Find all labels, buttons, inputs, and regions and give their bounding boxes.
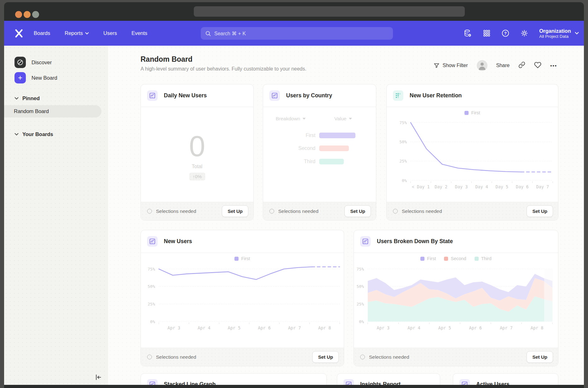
status-text: Selections needed (156, 208, 222, 214)
legend-swatch (420, 257, 424, 261)
sidebar-item-new-board[interactable]: + New Board (14, 72, 57, 83)
card-footer: Selections needed Set Up (387, 202, 558, 220)
status-text: Selections needed (156, 354, 312, 360)
svg-text:25%: 25% (357, 302, 364, 306)
set-up-button[interactable]: Set Up (222, 205, 248, 217)
card-users-by-country: Users by Country Breakdown Value First S… (263, 84, 376, 220)
favorite-heart-icon[interactable] (534, 61, 541, 70)
legend-item: First (464, 110, 480, 115)
share-button[interactable]: Share (496, 63, 510, 68)
svg-text:50%: 50% (400, 140, 407, 144)
insights-chart-icon (147, 90, 158, 101)
legend-swatch (464, 111, 469, 115)
chevron-down-icon (85, 32, 89, 35)
nav-items: Boards Reports Users Events (34, 30, 147, 36)
copy-link-icon[interactable] (518, 61, 525, 70)
collapse-sidebar-icon[interactable] (94, 373, 103, 382)
set-up-button[interactable]: Set Up (344, 205, 371, 217)
card-daily-new-users: Daily New Users 0 Total ↑0% Selections n… (141, 84, 254, 220)
breakdown-dropdown[interactable]: Breakdown (276, 116, 306, 122)
svg-text:75%: 75% (400, 120, 407, 125)
card-header: Users Broken Down By State (354, 230, 558, 253)
svg-text:Day 4: Day 4 (475, 184, 488, 189)
card-header: New Users (141, 230, 344, 253)
card-header: Users by Country (263, 84, 376, 107)
nav-right-controls: ? Organization All Project Data (464, 21, 579, 46)
svg-text:25%: 25% (400, 159, 407, 163)
nav-item-users[interactable]: Users (103, 30, 117, 36)
window-close-button[interactable] (15, 11, 22, 18)
svg-text:0%: 0% (402, 178, 407, 183)
page-subtitle: A high-level summary of user behaviors. … (141, 66, 306, 72)
org-switcher[interactable]: Organization All Project Data (539, 28, 579, 39)
apps-grid-icon[interactable] (482, 29, 491, 37)
chart-legend: First (387, 110, 558, 115)
legend-swatch (475, 257, 479, 261)
plus-icon: + (14, 72, 26, 83)
bar-third (319, 159, 344, 164)
gear-icon[interactable] (520, 29, 528, 37)
svg-text:50%: 50% (148, 284, 155, 289)
screenshot-root: Boards Reports Users Events Search ⌘ + K (0, 0, 588, 388)
status-circle-icon (147, 355, 152, 359)
value-dropdown[interactable]: Value (334, 116, 352, 122)
set-up-button[interactable]: Set Up (527, 351, 553, 363)
page-title: Random Board (141, 55, 193, 64)
svg-text:Apr 4: Apr 4 (198, 325, 210, 330)
bar-second (319, 146, 349, 151)
svg-text:Day 3: Day 3 (455, 184, 468, 189)
bar-first (319, 133, 355, 138)
set-up-button[interactable]: Set Up (312, 351, 339, 363)
mixpanel-logo-icon[interactable] (14, 28, 24, 38)
svg-text:50%: 50% (357, 284, 364, 289)
window-zoom-button[interactable] (32, 11, 39, 18)
new-users-line-chart: 75%50%25%0%Apr 3Apr 4Apr 5Apr 6Apr 7Apr … (144, 264, 342, 334)
board-main: Random Board A high-level summary of use… (108, 46, 584, 385)
svg-text:Apr 6: Apr 6 (258, 325, 271, 330)
card-title: New User Retention (410, 92, 462, 99)
sidebar-item-discover[interactable]: Discover (14, 57, 52, 68)
svg-text:Apr 5: Apr 5 (438, 325, 451, 330)
set-up-button[interactable]: Set Up (527, 205, 553, 217)
url-bar[interactable] (194, 6, 465, 17)
help-icon[interactable]: ? (501, 29, 510, 37)
show-filter-button[interactable]: Show Filter (434, 63, 468, 69)
chevron-down-icon (14, 133, 19, 136)
svg-text:Apr 3: Apr 3 (377, 325, 390, 330)
chevron-down-icon (303, 118, 306, 120)
nav-item-reports[interactable]: Reports (65, 30, 89, 36)
card-new-users: New Users First 75%50%25%0%Apr 3Apr 4Apr… (141, 230, 344, 366)
nav-item-boards[interactable]: Boards (34, 30, 50, 36)
card-title: Insights Report (360, 381, 401, 385)
card-title: Users Broken Down By State (377, 238, 453, 245)
org-name: Organization (539, 28, 571, 34)
retention-line-chart: 75%50%25%0%< Day 1Day 2Day 3Day 4Day 5Da… (391, 117, 556, 193)
insights-chart-icon (360, 236, 371, 247)
avatar[interactable] (477, 60, 487, 71)
data-management-icon[interactable] (464, 29, 472, 37)
search-input[interactable]: Search ⌘ + K (201, 27, 393, 40)
insights-chart-icon (343, 379, 354, 385)
nav-item-events[interactable]: Events (131, 30, 147, 36)
status-circle-icon (147, 209, 152, 214)
table-column-headers: Breakdown Value (263, 116, 376, 123)
status-circle-icon (393, 209, 398, 214)
svg-text:Apr 7: Apr 7 (500, 325, 513, 330)
svg-text:Apr 8: Apr 8 (318, 325, 331, 330)
search-icon (205, 31, 211, 37)
sidebar-item-random-board[interactable]: Random Board (4, 105, 101, 117)
retention-grid-icon (393, 90, 403, 101)
svg-text:0%: 0% (150, 319, 155, 324)
card-title: Stacked Line Graph (164, 381, 216, 385)
stacked-area-chart: 75%50%25%0%Apr 3Apr 4Apr 5Apr 6Apr 7Apr … (356, 264, 556, 334)
sidebar-section-your-boards[interactable]: Your Boards (14, 131, 53, 137)
legend-swatch (234, 257, 239, 261)
window-minimize-button[interactable] (24, 11, 31, 18)
svg-text:Apr 6: Apr 6 (469, 325, 482, 330)
insights-chart-icon (459, 379, 470, 385)
more-options-icon[interactable]: ••• (550, 63, 557, 68)
sidebar-section-pinned[interactable]: Pinned (14, 95, 40, 101)
card-footer: Selections needed Set Up (141, 202, 253, 220)
chart-legend: First Second Third (354, 256, 558, 261)
chart-legend: First (141, 256, 344, 261)
